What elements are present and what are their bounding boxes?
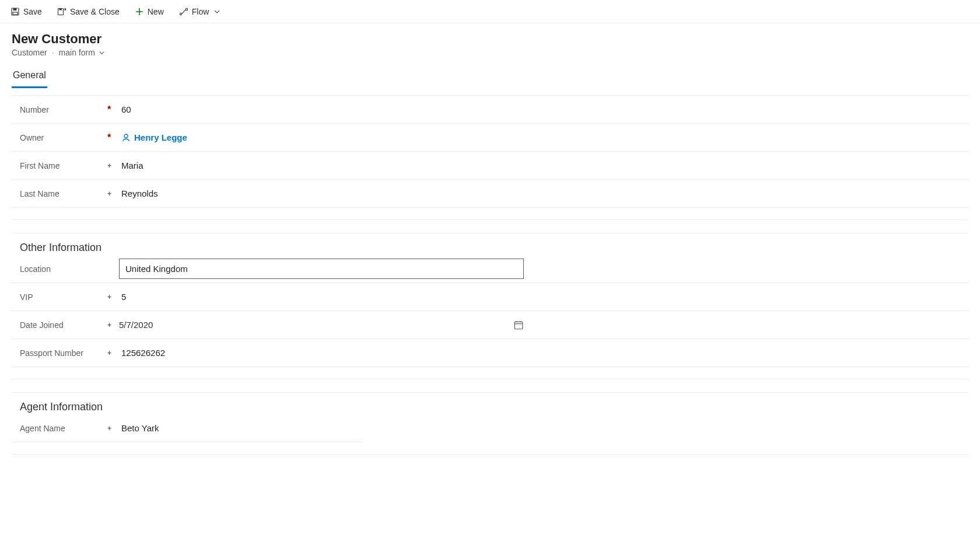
required-marker: * — [107, 104, 119, 115]
field-first-name[interactable]: First Name + Maria — [12, 152, 968, 180]
section-title-agent: Agent Information — [12, 393, 968, 414]
svg-rect-1 — [13, 8, 17, 11]
label-location: Location — [20, 264, 107, 274]
section-agent-information: Agent Information Agent Name + Beto Yark — [12, 392, 968, 455]
form-selector[interactable]: main form — [59, 48, 105, 57]
optional-marker: + — [107, 190, 119, 198]
section-title-other: Other Information — [12, 233, 968, 255]
label-vip: VIP — [20, 292, 107, 302]
field-owner[interactable]: Owner * Henry Legge — [12, 124, 968, 152]
svg-rect-2 — [13, 12, 18, 15]
field-last-name[interactable]: Last Name + Reynolds — [12, 180, 968, 208]
page-header: New Customer Customer · main form — [0, 23, 980, 58]
owner-name: Henry Legge — [134, 132, 187, 142]
value-agent-name[interactable]: Beto Yark — [119, 418, 354, 438]
value-date-joined[interactable]: 5/7/2020 — [119, 320, 509, 330]
entity-name: Customer — [12, 48, 47, 57]
field-passport-number[interactable]: Passport Number + 125626262 — [12, 339, 968, 367]
svg-point-5 — [180, 13, 181, 15]
value-vip[interactable]: 5 — [119, 287, 960, 306]
value-owner[interactable]: Henry Legge — [119, 128, 960, 147]
input-location[interactable]: United Kingdom — [119, 259, 524, 279]
save-close-button[interactable]: Save & Close — [51, 5, 125, 19]
flow-icon — [179, 7, 188, 16]
field-date-joined[interactable]: Date Joined + 5/7/2020 — [12, 311, 968, 339]
label-last-name: Last Name — [20, 189, 107, 198]
required-marker: * — [107, 132, 119, 143]
plus-icon — [135, 7, 144, 16]
save-label: Save — [23, 7, 42, 16]
chevron-down-icon — [99, 50, 105, 56]
label-agent-name: Agent Name — [20, 424, 107, 433]
optional-marker: + — [107, 424, 119, 432]
svg-point-6 — [186, 8, 187, 10]
tab-general[interactable]: General — [12, 67, 47, 88]
value-first-name[interactable]: Maria — [119, 156, 960, 175]
value-passport[interactable]: 125626262 — [119, 343, 960, 362]
value-number[interactable]: 60 — [119, 100, 960, 119]
section-general: Number * 60 Owner * Henry Legge First Na… — [12, 95, 968, 220]
flow-button[interactable]: Flow — [173, 5, 227, 19]
subheader: Customer · main form — [12, 48, 968, 57]
owner-link[interactable]: Henry Legge — [121, 132, 187, 142]
label-date-joined: Date Joined — [20, 320, 107, 330]
save-button[interactable]: Save — [5, 5, 48, 19]
label-first-name: First Name — [20, 161, 107, 170]
save-icon — [10, 7, 20, 16]
svg-point-7 — [124, 134, 128, 138]
chevron-down-icon — [214, 8, 220, 15]
form-name: main form — [59, 48, 95, 57]
optional-marker: + — [107, 293, 119, 301]
flow-label: Flow — [192, 7, 209, 16]
optional-marker: + — [107, 321, 119, 329]
save-close-icon — [57, 7, 66, 16]
new-label: New — [148, 7, 164, 16]
command-bar: Save Save & Close New Flow — [0, 0, 980, 23]
value-last-name[interactable]: Reynolds — [119, 184, 960, 203]
new-button[interactable]: New — [129, 5, 170, 19]
separator-dot: · — [52, 48, 54, 57]
tab-row: General — [0, 58, 980, 88]
svg-rect-4 — [59, 8, 62, 10]
field-agent-name[interactable]: Agent Name + Beto Yark — [12, 414, 362, 442]
section-other-information: Other Information Location United Kingdo… — [12, 233, 968, 379]
label-passport: Passport Number — [20, 348, 107, 358]
optional-marker: + — [107, 162, 119, 170]
page-title: New Customer — [12, 32, 968, 47]
field-vip[interactable]: VIP + 5 — [12, 283, 968, 311]
field-location[interactable]: Location United Kingdom — [12, 255, 968, 283]
save-close-label: Save & Close — [70, 7, 120, 16]
calendar-icon[interactable] — [513, 320, 524, 330]
optional-marker: + — [107, 349, 119, 357]
label-number: Number — [20, 105, 107, 114]
svg-rect-8 — [514, 322, 523, 329]
label-owner: Owner — [20, 133, 107, 142]
field-number[interactable]: Number * 60 — [12, 96, 968, 124]
person-icon — [121, 133, 131, 142]
